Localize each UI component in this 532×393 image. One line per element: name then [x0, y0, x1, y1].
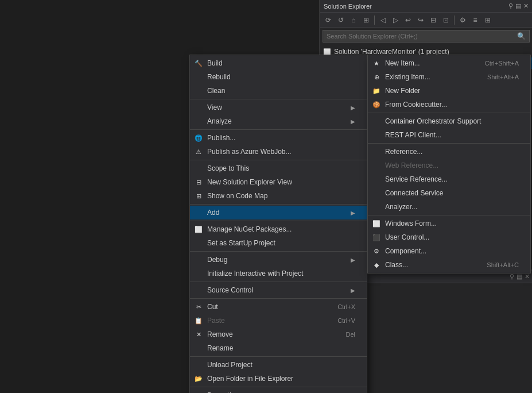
cm-label: Initialize Interactive with Project: [207, 269, 355, 278]
add-submenu-item-rest-api[interactable]: REST API Client...: [368, 128, 530, 142]
cm-item-unload[interactable]: Unload Project: [190, 358, 367, 372]
cm-item-debug[interactable]: Debug▶: [190, 253, 367, 267]
add-submenu-label: Service Reference...: [385, 175, 519, 183]
bp-dock-icon[interactable]: ▤: [517, 273, 522, 280]
submenu-arrow-icon: ▶: [351, 210, 355, 216]
bp-close-icon[interactable]: ✕: [525, 273, 530, 280]
existing-item-icon: ⊕: [371, 72, 382, 82]
new-folder-icon: 📁: [371, 86, 382, 96]
add-submenu-label: REST API Client...: [385, 131, 519, 139]
cm-item-scope[interactable]: Scope to This: [190, 161, 367, 175]
cm-item-properties[interactable]: ⚙PropertiesAlt+Enter: [190, 388, 367, 393]
cm-item-startup[interactable]: Set as StartUp Project: [190, 236, 367, 250]
cm-item-cut[interactable]: ✂CutCtrl+X: [190, 300, 367, 314]
se-toolbar: ⟳ ↺ ⌂ ⊞ ◁ ▷ ↩ ↪ ⊟ ⊡ ⚙ ≡ ⊞: [320, 13, 532, 28]
add-submenu-item-new-folder[interactable]: 📁New Folder: [368, 84, 530, 98]
cm-item-open-folder[interactable]: 📂Open Folder in File Explorer: [190, 372, 367, 386]
cm-label: Set as StartUp Project: [207, 239, 355, 247]
cm-item-new-se-view[interactable]: ⊟New Solution Explorer View: [190, 175, 367, 189]
cm-item-manage-nuget[interactable]: ⬜Manage NuGet Packages...: [190, 222, 367, 236]
cookiecutter-icon: 🍪: [371, 99, 382, 110]
add-submenu-item-class[interactable]: ◆Class...Shift+Alt+C: [368, 258, 530, 272]
home-btn[interactable]: ⌂: [348, 14, 359, 26]
add-submenu-label: Class...: [385, 261, 475, 269]
add-submenu-item-existing-item[interactable]: ⊕Existing Item...Shift+Alt+A: [368, 70, 530, 84]
back-btn[interactable]: ◁: [377, 14, 389, 26]
bp-pin-icon[interactable]: ⚲: [510, 273, 514, 280]
sync-btn[interactable]: ⟳: [323, 14, 334, 26]
cm-item-clean[interactable]: Clean: [190, 84, 367, 98]
cm-label: New Solution Explorer View: [207, 178, 355, 186]
close-icon[interactable]: ✕: [523, 2, 529, 10]
extra-btn[interactable]: ⊞: [482, 14, 494, 26]
azure-icon: ⚠: [193, 147, 204, 157]
cm-label: View: [207, 103, 351, 111]
nuget-icon: ⬜: [193, 224, 204, 234]
undo-btn[interactable]: ↩: [402, 14, 414, 26]
cm-label: Paste: [207, 317, 326, 325]
add-submenu-item-new-item[interactable]: ★New Item...Ctrl+Shift+A: [368, 56, 530, 70]
add-submenu-item-container-support[interactable]: Container Orchestrator Support: [368, 114, 530, 128]
copy-btn[interactable]: ⊞: [360, 14, 372, 26]
build-icon: 🔨: [193, 58, 204, 68]
cm-label: Source Control: [207, 286, 351, 294]
cm-item-interactive[interactable]: Initialize Interactive with Project: [190, 267, 367, 280]
remove-icon: ✕: [193, 329, 204, 340]
cm-item-show-code-map[interactable]: ⊞Show on Code Map: [190, 189, 367, 203]
view-btn[interactable]: ⊡: [440, 14, 452, 26]
add-submenu-item-connected-service[interactable]: Connected Service: [368, 186, 530, 200]
forward-btn[interactable]: ▷: [390, 14, 401, 26]
cm-separator: [190, 282, 367, 282]
submenu-arrow-icon: ▶: [351, 118, 355, 125]
cm-item-build[interactable]: 🔨Build: [190, 56, 367, 70]
cm-label: Manage NuGet Packages...: [207, 225, 355, 233]
add-submenu-item-reference[interactable]: Reference...: [368, 145, 530, 159]
cm-separator: [190, 99, 367, 99]
add-submenu-label: Reference...: [385, 148, 519, 156]
se-title-bar: Solution Explorer ⚲ ▤ ✕: [320, 0, 532, 13]
redo-btn[interactable]: ↪: [415, 14, 426, 26]
cm-label: Open Folder in File Explorer: [207, 375, 355, 383]
se-search-input[interactable]: [327, 33, 517, 40]
add-submenu-item-web-reference: Web Reference...: [368, 159, 530, 172]
cm-item-rename[interactable]: Rename: [190, 341, 367, 355]
cut-icon: ✂: [193, 302, 204, 312]
cm-label: Rebuild: [207, 73, 355, 81]
context-menu: 🔨BuildRebuildCleanView▶Analyze▶🌐Publish.…: [189, 55, 367, 393]
cm-item-view[interactable]: View▶: [190, 101, 367, 114]
cm-separator: [190, 387, 367, 387]
settings-btn[interactable]: ⚙: [457, 14, 468, 26]
dock-icon[interactable]: ▤: [515, 2, 521, 10]
add-submenu-item-analyzer[interactable]: Analyzer...: [368, 200, 530, 214]
add-submenu-label: Analyzer...: [385, 203, 519, 211]
add-submenu-label: Web Reference...: [385, 161, 519, 169]
cm-item-add[interactable]: Add▶: [190, 206, 367, 219]
properties-icon: ⚙: [193, 390, 204, 393]
refresh-btn[interactable]: ↺: [335, 14, 347, 26]
add-submenu-shortcut: Ctrl+Shift+A: [485, 60, 519, 67]
cm-shortcut: Del: [345, 331, 355, 338]
cm-separator: [190, 204, 367, 205]
cm-item-rebuild[interactable]: Rebuild: [190, 70, 367, 84]
add-submenu-item-windows-form[interactable]: ⬜Windows Form...: [368, 217, 530, 230]
pin-icon[interactable]: ⚲: [508, 2, 513, 10]
add-submenu-label: Existing Item...: [385, 73, 476, 81]
copy2-btn[interactable]: ⊟: [428, 14, 439, 26]
cm-item-source-control[interactable]: Source Control▶: [190, 283, 367, 297]
cm-item-publish-azure[interactable]: ⚠Publish as Azure WebJob...: [190, 145, 367, 159]
add-submenu-item-component[interactable]: ⚙Component...: [368, 244, 530, 258]
add-submenu-item-service-reference[interactable]: Service Reference...: [368, 172, 530, 186]
se-search-box[interactable]: 🔍: [323, 30, 530, 43]
cm-item-publish[interactable]: 🌐Publish...: [190, 131, 367, 145]
cm-label: Publish as Azure WebJob...: [207, 148, 355, 156]
add-submenu-label: From Cookiecutter...: [385, 101, 519, 109]
add-submenu-item-from-cookiecutter[interactable]: 🍪From Cookiecutter...: [368, 98, 530, 111]
cm-item-remove[interactable]: ✕RemoveDel: [190, 328, 367, 341]
cm-item-analyze[interactable]: Analyze▶: [190, 114, 367, 128]
submenu-arrow-icon: ▶: [351, 287, 355, 294]
cm-label: Scope to This: [207, 164, 355, 172]
filter-btn[interactable]: ≡: [469, 14, 481, 26]
add-submenu-item-user-control[interactable]: ⬛User Control...: [368, 230, 530, 244]
add-submenu-label: New Folder: [385, 87, 519, 95]
usercontrol-icon: ⬛: [371, 232, 382, 242]
